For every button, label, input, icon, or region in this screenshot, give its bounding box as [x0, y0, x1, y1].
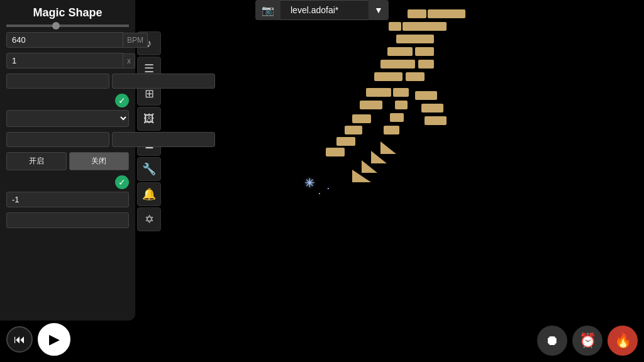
rewind-icon: ⏮	[14, 333, 25, 346]
slider-row	[6, 25, 129, 27]
svg-rect-0	[428, 9, 465, 18]
dual-input-1b[interactable]	[112, 74, 215, 89]
svg-rect-7	[380, 60, 415, 69]
svg-rect-17	[326, 148, 345, 156]
image-icon[interactable]: 🖼	[137, 107, 161, 131]
svg-rect-6	[415, 47, 434, 56]
x-row: 1 x	[6, 53, 129, 69]
wide-input[interactable]	[6, 212, 129, 228]
svg-rect-24	[395, 101, 408, 109]
panel-title: Magic Shape	[6, 6, 129, 19]
dual-input-2a[interactable]	[6, 132, 109, 147]
svg-rect-3	[389, 22, 401, 31]
bottom-controls: ⏮ ▶	[6, 323, 70, 356]
svg-rect-27	[425, 116, 447, 125]
timer-icon: ⏰	[579, 332, 596, 349]
dropdown-row	[6, 110, 129, 127]
check-row-2: ✓	[6, 175, 129, 189]
dual-input-row-2	[6, 132, 129, 147]
close-button[interactable]: 关闭	[69, 152, 130, 170]
svg-rect-8	[418, 60, 434, 69]
svg-rect-10	[406, 72, 425, 81]
main-slider[interactable]	[6, 25, 129, 27]
check-button-2[interactable]: ✓	[115, 175, 129, 189]
svg-text:✳: ✳	[304, 176, 315, 190]
timer-button[interactable]: ⏰	[572, 326, 602, 356]
svg-rect-16	[336, 137, 355, 146]
left-panel: Magic Shape 640 BPM 1 x ✓ 开启 关闭 ✓	[0, 0, 135, 321]
svg-rect-15	[345, 126, 362, 134]
svg-marker-19	[362, 160, 377, 173]
dual-input-1a[interactable]	[6, 74, 109, 89]
top-bar: 📷 level.adofai* ▼	[255, 0, 389, 20]
tool-buttons-row: 开启 关闭	[6, 152, 129, 170]
fire-icon: 🔥	[614, 332, 631, 349]
icon-toolbar: ♪ ☰ ⊞ 🖼 ◼ 🔧 🔔 ✡	[137, 31, 161, 231]
svg-marker-21	[380, 141, 396, 154]
svg-rect-25	[415, 91, 437, 100]
dual-input-row-1	[6, 74, 129, 89]
filename-label: level.adofai*	[280, 0, 369, 20]
open-button[interactable]: 开启	[6, 152, 67, 170]
play-icon: ▶	[49, 331, 60, 348]
record-button[interactable]: ⏺	[537, 326, 567, 356]
svg-rect-14	[352, 114, 371, 123]
svg-rect-22	[384, 126, 399, 134]
rewind-button[interactable]: ⏮	[6, 326, 33, 353]
camera-button[interactable]: 📷	[255, 0, 280, 20]
fire-button[interactable]: 🔥	[608, 326, 638, 356]
svg-rect-13	[360, 101, 382, 109]
svg-text:•: •	[328, 185, 330, 191]
bell-icon[interactable]: 🔔	[137, 182, 161, 206]
record-icon: ⏺	[545, 332, 559, 349]
check-row-1: ✓	[6, 94, 129, 107]
star-icon[interactable]: ✡	[137, 207, 161, 231]
svg-text:•: •	[319, 190, 321, 196]
svg-rect-2	[402, 22, 447, 31]
bpm-row: 640 BPM	[6, 32, 129, 48]
bpm-label: BPM	[123, 33, 148, 48]
filename-dropdown-button[interactable]: ▼	[369, 0, 389, 20]
svg-rect-23	[390, 113, 404, 122]
x-label: x	[123, 53, 135, 69]
svg-rect-1	[408, 9, 426, 18]
wrench-icon[interactable]: 🔧	[137, 157, 161, 181]
svg-marker-18	[352, 170, 371, 182]
svg-marker-20	[371, 151, 387, 163]
single-input[interactable]: -1	[6, 192, 129, 207]
dual-input-2b[interactable]	[112, 132, 215, 147]
svg-rect-12	[393, 88, 409, 97]
svg-rect-9	[374, 72, 402, 81]
svg-rect-4	[396, 35, 434, 43]
bottom-right-controls: ⏺ ⏰ 🔥	[537, 326, 638, 356]
bpm-input[interactable]: 640	[6, 32, 123, 48]
play-button[interactable]: ▶	[38, 323, 70, 356]
svg-rect-11	[366, 88, 391, 97]
check-button-1[interactable]: ✓	[115, 94, 129, 107]
svg-rect-26	[421, 104, 443, 112]
x-input[interactable]: 1	[6, 53, 123, 69]
dropdown-select[interactable]	[6, 110, 129, 127]
svg-rect-5	[387, 47, 413, 56]
